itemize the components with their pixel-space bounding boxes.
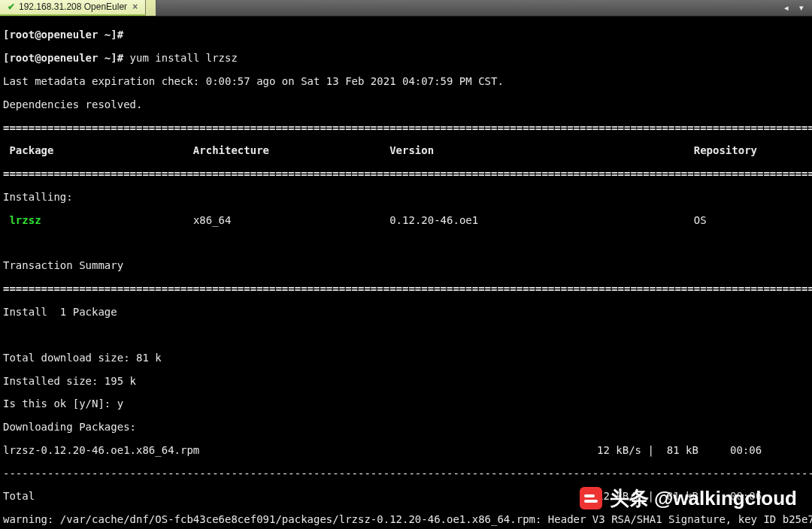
- metadata-line: Last metadata expiration check: 0:00:57 …: [3, 76, 809, 87]
- ruler-dash: ----------------------------------------…: [3, 468, 809, 479]
- download-total: Total12 kB/s | 81 kB 00:06: [3, 491, 809, 502]
- ruler: ========================================…: [3, 168, 809, 180]
- confirm-prompt: Is this ok [y/N]: y: [3, 398, 809, 410]
- install-count: Install 1 Package: [3, 307, 809, 318]
- prompt: [root@openeuler ~]#: [3, 52, 123, 64]
- connected-icon: ✔: [8, 2, 15, 12]
- terminal-tab[interactable]: ✔ 192.168.31.208 OpenEuler ×: [0, 0, 146, 16]
- downloading-heading: Downloading Packages:: [3, 422, 809, 433]
- gpg-warning: warning: /var/cache/dnf/OS-fcb43ce6e8cef…: [3, 514, 809, 525]
- ruler: ========================================…: [3, 283, 809, 295]
- tab-title: 192.168.31.208 OpenEuler: [19, 2, 127, 12]
- options-left-icon[interactable]: ◂: [780, 2, 792, 14]
- download-size: Total download size: 81 k: [3, 352, 809, 364]
- transaction-summary-title: Transaction Summary: [3, 260, 809, 271]
- installed-size: Installed size: 195 k: [3, 376, 809, 387]
- tab-bar: ✔ 192.168.31.208 OpenEuler × ◂ ▾: [0, 0, 812, 17]
- download-row: lrzsz-0.12.20-46.oe1.x86_64.rpm12 kB/s |…: [3, 445, 809, 456]
- section-installing: Installing:: [3, 192, 809, 203]
- command-text: yum install lrzsz: [130, 52, 238, 64]
- package-name: lrzsz: [9, 214, 41, 226]
- new-tab-button[interactable]: [146, 0, 156, 16]
- prompt: [root@openeuler ~]#: [3, 29, 123, 41]
- ruler: ========================================…: [3, 122, 809, 134]
- table-header: Package Architecture Version Repository …: [3, 145, 809, 156]
- deps-line: Dependencies resolved.: [3, 99, 809, 110]
- options-dropdown-icon[interactable]: ▾: [795, 2, 807, 14]
- package-row: lrzsz x86_64 0.12.20-46.oe1 OS 81 k: [3, 215, 809, 226]
- tabbar-controls: ◂ ▾: [776, 0, 812, 17]
- close-tab-icon[interactable]: ×: [132, 2, 138, 12]
- terminal-output[interactable]: [root@openeuler ~]# [root@openeuler ~]# …: [0, 17, 812, 529]
